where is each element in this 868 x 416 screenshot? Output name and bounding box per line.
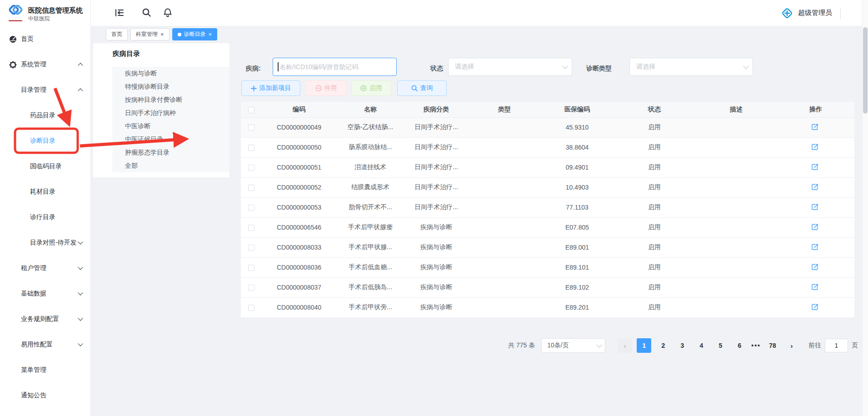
row-checkbox[interactable]	[248, 125, 254, 131]
sidebar-item[interactable]: 通知公告	[0, 383, 90, 408]
row-checkbox[interactable]	[248, 185, 254, 191]
edit-button[interactable]	[812, 224, 820, 230]
tree-item[interactable]: 特慢病诊断目录	[112, 80, 229, 93]
cell-name: 手术后甲状旁...	[336, 297, 404, 317]
tree-item[interactable]: 肿瘤形态学目录	[112, 146, 229, 159]
row-checkbox[interactable]	[248, 305, 254, 311]
tree-item[interactable]: 全部	[112, 159, 229, 172]
query-label: 查询	[420, 84, 433, 92]
row-checkbox[interactable]	[248, 285, 254, 291]
last-page-button[interactable]: 78	[765, 338, 780, 353]
collapse-menu-icon[interactable]	[115, 8, 125, 18]
cell-category: 日间手术治疗...	[404, 137, 468, 157]
tree-item[interactable]: 疾病与诊断	[112, 67, 229, 80]
page-number-button[interactable]: 1	[637, 338, 651, 353]
goto-page-input[interactable]	[825, 339, 848, 352]
search-icon[interactable]	[142, 8, 152, 18]
edit-button[interactable]	[812, 304, 820, 310]
edit-button[interactable]	[812, 164, 820, 170]
active-dot-icon	[178, 33, 181, 36]
page-number-button[interactable]: 4	[694, 338, 708, 353]
topbar-user-area[interactable]: 超级管理员	[781, 0, 841, 26]
edit-button[interactable]	[812, 284, 820, 290]
sidebar-item[interactable]: 租户管理	[0, 256, 90, 281]
table-row: CD0000008037 手术后低胰岛... 疾病与诊断 E89.102 启用	[241, 277, 854, 297]
disease-search-input[interactable]	[273, 58, 397, 76]
row-checkbox[interactable]	[248, 145, 254, 151]
sidebar-item[interactable]: 诊断目录	[0, 128, 90, 154]
sidebar: 医院信息管理系统 中联医院 首页 系统管理 目录管	[0, 0, 91, 416]
cell-code: CD0000000049	[262, 117, 336, 137]
chevron-icon	[78, 239, 83, 244]
text-caret	[278, 62, 279, 71]
cell-category: 疾病与诊断	[404, 257, 468, 277]
diagnosis-table: 编码 名称 疾病分类 类型 医保编码 状态 描述 操作 CD0000000049…	[241, 102, 854, 318]
page-scrollbar-thumb[interactable]	[863, 27, 868, 114]
edit-button[interactable]	[812, 244, 820, 250]
sidebar-item[interactable]: 诊疗目录	[0, 205, 90, 230]
table-row: CD0000008033 手术后甲状腺... 疾病与诊断 E89.001 启用	[241, 237, 854, 257]
sidebar-item[interactable]: 国临码目录	[0, 154, 90, 179]
sidebar-item[interactable]: 易用性配置	[0, 332, 90, 357]
edit-button[interactable]	[812, 204, 820, 210]
status-filter-label: 状态	[430, 60, 443, 77]
edit-button[interactable]	[812, 184, 820, 190]
view-tab[interactable]: 首页	[106, 28, 128, 40]
chevron-icon	[78, 316, 83, 321]
toolbar: 添加新项目 停用 启用 查询	[241, 80, 447, 96]
cell-code: CD0000000051	[262, 157, 336, 177]
edit-button[interactable]	[812, 124, 820, 130]
prev-page-button[interactable]: ‹	[618, 338, 632, 353]
select-all-checkbox[interactable]	[248, 107, 254, 113]
row-checkbox[interactable]	[248, 205, 254, 211]
close-tab-icon[interactable]: ×	[160, 31, 164, 37]
sidebar-item[interactable]: 耗材目录	[0, 179, 90, 205]
next-page-button[interactable]: ›	[784, 338, 799, 353]
tree-item[interactable]: 日间手术治疗病种	[112, 106, 229, 120]
cell-type	[468, 177, 541, 197]
sidebar-item[interactable]: 系统管理	[0, 52, 90, 77]
sidebar-item[interactable]: 首页	[0, 26, 90, 52]
cell-description	[695, 177, 777, 197]
chevron-down-icon	[562, 63, 568, 69]
row-checkbox[interactable]	[248, 225, 254, 231]
edit-button[interactable]	[812, 264, 820, 270]
view-tab[interactable]: 诊断目录 ×	[172, 28, 218, 40]
edit-button[interactable]	[812, 144, 820, 150]
cell-description	[695, 217, 777, 237]
sidebar-item[interactable]: 目录对照-待开发	[0, 230, 90, 256]
view-tab[interactable]: 科室管理 ×	[130, 28, 170, 40]
page-number-button[interactable]: 5	[713, 338, 728, 353]
tree-item[interactable]: 按病种目录付费诊断	[112, 93, 229, 106]
close-tab-icon[interactable]: ×	[209, 31, 212, 37]
page-number-button[interactable]: 3	[675, 338, 689, 353]
sidebar-item[interactable]: 基础数据	[0, 281, 90, 306]
cell-description	[695, 257, 777, 277]
sidebar-item[interactable]: 目录管理	[0, 77, 90, 103]
sidebar-item[interactable]: 菜单管理	[0, 357, 90, 383]
row-checkbox[interactable]	[248, 265, 254, 271]
row-checkbox[interactable]	[248, 165, 254, 171]
add-item-button[interactable]: 添加新项目	[241, 80, 300, 96]
sidebar-item[interactable]: 业务规则配置	[0, 306, 90, 332]
enable-button[interactable]: 启用	[351, 80, 391, 96]
cell-status: 启用	[614, 197, 695, 217]
page-number-button[interactable]: 2	[656, 338, 670, 353]
page-number-button[interactable]: 6	[732, 338, 747, 353]
disable-button[interactable]: 停用	[305, 80, 347, 96]
cell-status: 启用	[614, 177, 695, 197]
sidebar-item[interactable]: 药品目录	[0, 103, 90, 128]
tree-item[interactable]: 中医证候目录	[112, 133, 229, 146]
app-logo-icon	[6, 4, 25, 24]
query-button[interactable]: 查询	[397, 80, 447, 96]
tree-item[interactable]: 中医诊断	[112, 120, 229, 133]
cell-description	[695, 237, 777, 257]
row-checkbox[interactable]	[248, 245, 254, 251]
sidebar-item-label: 耗材目录	[30, 188, 55, 196]
diagnosis-type-select[interactable]: 请选择	[629, 58, 753, 76]
bell-icon[interactable]	[163, 8, 173, 18]
status-select[interactable]: 请选择	[448, 58, 572, 76]
page-size-select[interactable]: 10条/页	[541, 338, 605, 353]
cell-insurance-code: 09.4901	[541, 157, 614, 177]
table-row: CD0000008036 手术后低血糖... 疾病与诊断 E89.101 启用	[241, 257, 854, 277]
